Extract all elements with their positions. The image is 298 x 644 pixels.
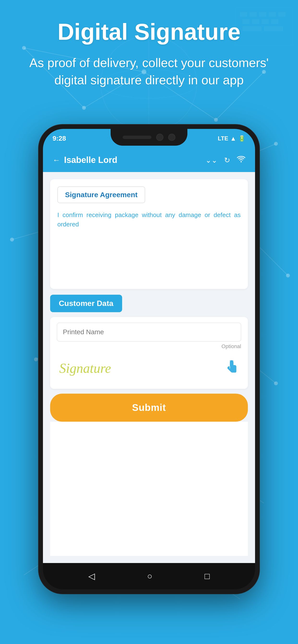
signature-agreement-title-row: Signature Agreement bbox=[57, 186, 241, 203]
signature-agreement-title: Signature Agreement bbox=[57, 186, 145, 203]
svg-point-25 bbox=[214, 118, 218, 122]
svg-point-52 bbox=[241, 161, 242, 162]
svg-rect-43 bbox=[259, 12, 266, 17]
android-home-button[interactable]: ○ bbox=[147, 571, 152, 581]
signature-agreement-text: I confirm receiving package without any … bbox=[57, 208, 241, 234]
svg-rect-42 bbox=[249, 12, 257, 17]
nav-title: Isabelle Lord bbox=[64, 155, 117, 165]
svg-rect-44 bbox=[269, 12, 276, 17]
svg-rect-41 bbox=[240, 12, 247, 17]
phone-screen: 9:28 LTE ▲ 🔋 ← Isabelle Lord bbox=[43, 129, 255, 590]
customer-data-section: Customer Data Optional Signature bbox=[50, 295, 248, 422]
signature-display: Signature bbox=[59, 360, 111, 376]
nav-right: ⌄⌄ ↻ bbox=[205, 156, 245, 164]
refresh-icon[interactable]: ↻ bbox=[224, 156, 230, 164]
phone-mockup: 9:28 LTE ▲ 🔋 ← Isabelle Lord bbox=[39, 124, 259, 594]
optional-label: Optional bbox=[57, 343, 241, 350]
status-bar: 9:28 LTE ▲ 🔋 bbox=[43, 129, 255, 148]
signal-icon: ▲ bbox=[230, 135, 236, 142]
app-content: Signature Agreement I confirm receiving … bbox=[43, 172, 255, 563]
bottom-white-space bbox=[50, 422, 248, 556]
notch-speaker bbox=[123, 136, 152, 139]
svg-rect-53 bbox=[230, 360, 233, 362]
subtitle: As proof of delivery, collect your custo… bbox=[14, 54, 284, 89]
printed-name-input[interactable] bbox=[57, 323, 241, 342]
battery-icon: 🔋 bbox=[238, 135, 245, 142]
header-section: Digital Signature As proof of delivery, … bbox=[0, 19, 298, 89]
svg-point-31 bbox=[10, 238, 14, 242]
notch bbox=[111, 129, 187, 146]
svg-point-30 bbox=[274, 142, 278, 146]
signature-drawing-area[interactable] bbox=[57, 234, 241, 282]
nav-left: ← Isabelle Lord bbox=[53, 155, 117, 165]
chevron-double-down-icon[interactable]: ⌄⌄ bbox=[205, 156, 217, 164]
svg-point-36 bbox=[34, 358, 38, 361]
android-nav: ◁ ○ □ bbox=[43, 563, 255, 590]
notch-camera-2 bbox=[168, 134, 175, 141]
status-time: 9:28 bbox=[53, 135, 66, 142]
submit-button[interactable]: Submit bbox=[50, 394, 248, 422]
main-title: Digital Signature bbox=[14, 19, 284, 44]
lte-icon: LTE bbox=[218, 135, 228, 142]
notch-camera bbox=[156, 134, 163, 141]
svg-point-35 bbox=[286, 274, 290, 278]
signature-area[interactable]: Signature bbox=[57, 354, 241, 383]
touch-icon bbox=[224, 358, 239, 378]
android-back-button[interactable]: ◁ bbox=[88, 571, 95, 581]
customer-data-label: Customer Data bbox=[50, 295, 122, 312]
app-navbar: ← Isabelle Lord ⌄⌄ ↻ bbox=[43, 148, 255, 172]
signature-agreement-card: Signature Agreement I confirm receiving … bbox=[50, 179, 248, 289]
android-recents-button[interactable]: □ bbox=[205, 571, 210, 581]
back-arrow-icon[interactable]: ← bbox=[53, 156, 60, 164]
svg-rect-45 bbox=[278, 12, 285, 17]
svg-point-39 bbox=[274, 382, 278, 385]
customer-data-card: Optional Signature bbox=[50, 317, 248, 389]
status-right-icons: LTE ▲ 🔋 bbox=[218, 135, 245, 142]
phone-outer: 9:28 LTE ▲ 🔋 ← Isabelle Lord bbox=[39, 124, 259, 594]
svg-point-23 bbox=[82, 106, 86, 110]
wifi-icon[interactable] bbox=[237, 156, 245, 164]
